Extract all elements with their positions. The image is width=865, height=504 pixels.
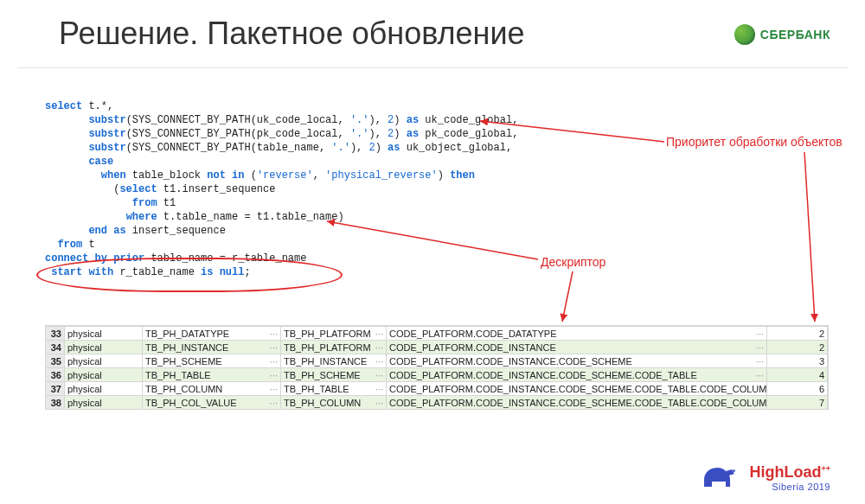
cell-parent-table: TB_PH_INSTANCE··· — [281, 354, 387, 367]
cell-table-name: TB_PH_COLUMN··· — [143, 381, 281, 395]
cell-table-name: TB_PH_INSTANCE··· — [143, 340, 281, 354]
table-row: 38physicalTB_PH_COL_VALUE···TB_PH_COLUMN… — [46, 395, 828, 409]
cell-table-name: TB_PH_SCHEME··· — [143, 354, 281, 367]
bear-icon — [701, 461, 740, 492]
cell-block: physical — [65, 395, 143, 409]
cell-uk-code-global: CODE_PLATFORM.CODE_INSTANCE.CODE_SCHEME.… — [387, 381, 767, 395]
highload-text: HighLoad++ Siberia 2019 — [749, 463, 830, 492]
row-number: 37 — [46, 381, 65, 395]
svg-line-1 — [804, 152, 815, 322]
annotation-descriptor: Дескриптор — [541, 255, 606, 269]
cell-table-name: TB_PH_TABLE··· — [143, 367, 281, 381]
slide-title: Решение. Пакетное обновление — [59, 16, 525, 52]
table-row: 37physicalTB_PH_COLUMN···TB_PH_TABLE···C… — [46, 381, 828, 395]
result-table: 33physicalTB_PH_DATATYPE···TB_PH_PLATFOR… — [45, 325, 829, 410]
header-divider — [17, 67, 848, 68]
cell-uk-code-global: CODE_PLATFORM.CODE_INSTANCE.CODE_SCHEME·… — [387, 354, 767, 367]
cell-block: physical — [65, 354, 143, 367]
sberbank-icon — [734, 24, 755, 45]
annotation-priority: Приоритет обработки объектов — [666, 135, 843, 149]
highload-logo: HighLoad++ Siberia 2019 — [701, 461, 830, 492]
svg-line-3 — [562, 271, 573, 322]
cell-parent-table: TB_PH_PLATFORM··· — [281, 326, 387, 340]
row-number: 34 — [46, 340, 65, 354]
slide: Решение. Пакетное обновление СБЕРБАНК se… — [0, 0, 865, 504]
cell-uk-code-global: CODE_PLATFORM.CODE_INSTANCE.CODE_SCHEME.… — [387, 395, 767, 409]
cell-uk-code-global: CODE_PLATFORM.CODE_DATATYPE··· — [387, 326, 767, 340]
cell-insert-sequence: 6 — [767, 381, 828, 395]
table-row: 33physicalTB_PH_DATATYPE···TB_PH_PLATFOR… — [46, 326, 828, 340]
cell-parent-table: TB_PH_TABLE··· — [281, 381, 387, 395]
cell-insert-sequence: 2 — [767, 326, 828, 340]
row-number: 33 — [46, 326, 65, 340]
cell-block: physical — [65, 340, 143, 354]
cell-uk-code-global: CODE_PLATFORM.CODE_INSTANCE··· — [387, 340, 767, 354]
cell-uk-code-global: CODE_PLATFORM.CODE_INSTANCE.CODE_SCHEME.… — [387, 367, 767, 381]
sberbank-logo: СБЕРБАНК — [734, 24, 830, 45]
cell-table-name: TB_PH_COL_VALUE··· — [143, 395, 281, 409]
cell-insert-sequence: 7 — [767, 395, 828, 409]
table-row: 36physicalTB_PH_TABLE···TB_PH_SCHEME···C… — [46, 367, 828, 381]
cell-table-name: TB_PH_DATATYPE··· — [143, 326, 281, 340]
cell-insert-sequence: 4 — [767, 367, 828, 381]
cell-parent-table: TB_PH_SCHEME··· — [281, 367, 387, 381]
sql-code: select t.*, substr(SYS_CONNECT_BY_PATH(u… — [45, 99, 518, 279]
row-number: 38 — [46, 395, 65, 409]
cell-block: physical — [65, 381, 143, 395]
table-row: 35physicalTB_PH_SCHEME···TB_PH_INSTANCE·… — [46, 354, 828, 367]
row-number: 35 — [46, 354, 65, 367]
cell-block: physical — [65, 326, 143, 340]
cell-block: physical — [65, 367, 143, 381]
cell-insert-sequence: 3 — [767, 354, 828, 367]
cell-parent-table: TB_PH_PLATFORM··· — [281, 340, 387, 354]
sberbank-text: СБЕРБАНК — [760, 28, 830, 41]
table-row: 34physicalTB_PH_INSTANCE···TB_PH_PLATFOR… — [46, 340, 828, 354]
cell-parent-table: TB_PH_COLUMN··· — [281, 395, 387, 409]
cell-insert-sequence: 2 — [767, 340, 828, 354]
row-number: 36 — [46, 367, 65, 381]
